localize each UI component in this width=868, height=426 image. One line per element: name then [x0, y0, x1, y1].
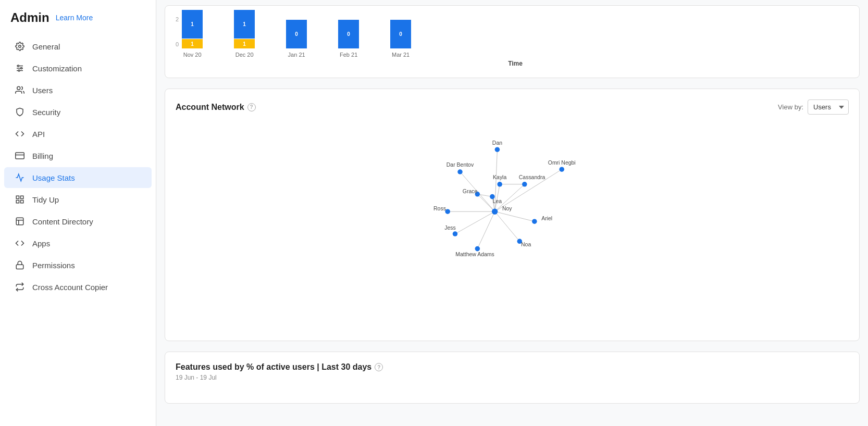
sidebar-item-billing[interactable]: Billing: [4, 145, 152, 166]
svg-text:Lea: Lea: [493, 198, 502, 204]
svg-line-26: [495, 211, 535, 221]
y-label-2: 2: [176, 16, 179, 22]
svg-text:Dan: Dan: [492, 140, 502, 146]
api-icon: [15, 129, 25, 139]
svg-point-40: [522, 182, 527, 187]
sidebar-item-usage-stats[interactable]: Usage Stats: [4, 167, 152, 188]
svg-text:Cassandra: Cassandra: [519, 174, 545, 180]
apps-icon: [15, 238, 25, 248]
svg-rect-14: [16, 218, 23, 225]
sidebar-item-customization[interactable]: Customization: [4, 58, 152, 79]
sidebar-item-label: Permissions: [32, 261, 75, 270]
col-label-nov20: Nov 20: [183, 52, 202, 58]
sidebar-item-cross-account-copier[interactable]: Cross Account Copier: [4, 277, 152, 297]
sidebar-item-tidy-up[interactable]: Tidy Up: [4, 189, 152, 210]
sidebar-item-label: Users: [32, 86, 53, 95]
network-card-title: Account Network ?: [176, 103, 256, 112]
chart-icon: [15, 172, 25, 183]
billing-icon: [15, 151, 25, 161]
view-by-area: View by: Users Teams: [778, 99, 849, 115]
svg-rect-11: [21, 196, 23, 198]
svg-point-56: [475, 246, 480, 252]
svg-point-7: [17, 86, 20, 90]
users-icon: [15, 85, 25, 95]
svg-point-52: [453, 231, 458, 236]
svg-text:Ross: Ross: [433, 206, 446, 211]
bar-chart-card: 2 0 1 1 Nov 20 1: [165, 5, 860, 78]
sidebar-header: Admin Learn More: [0, 10, 156, 35]
bar-group-feb21: 0: [338, 20, 359, 48]
y-axis: 2 0: [176, 16, 179, 58]
sidebar-item-api[interactable]: API: [4, 123, 152, 144]
sidebar-item-label: Tidy Up: [32, 195, 59, 204]
sidebar-item-general[interactable]: General: [4, 36, 152, 57]
sidebar-item-label: Billing: [32, 152, 53, 160]
svg-point-0: [19, 45, 21, 48]
chart-columns: 1 1 Nov 20 1 1 Dec 20: [182, 16, 849, 58]
learn-more-link[interactable]: Learn More: [56, 14, 93, 22]
network-info-icon[interactable]: ?: [247, 103, 256, 111]
features-info-icon[interactable]: ?: [375, 363, 383, 371]
svg-text:Ariel: Ariel: [541, 216, 552, 221]
svg-rect-13: [16, 201, 19, 203]
svg-text:Matthew Adams: Matthew Adams: [455, 252, 494, 257]
view-by-select[interactable]: Users Teams: [808, 99, 849, 115]
svg-text:Noa: Noa: [521, 242, 531, 247]
x-axis-title: Time: [182, 60, 849, 67]
bar-group-jan21: 0: [286, 20, 307, 48]
svg-point-6: [18, 70, 20, 71]
shield-icon: [15, 107, 25, 117]
chart-col-dec20: 1 1 Dec 20: [234, 10, 255, 58]
sidebar-item-apps[interactable]: Apps: [4, 233, 152, 254]
network-card-header: Account Network ? View by: Users Teams: [176, 99, 849, 115]
view-by-label: View by:: [778, 103, 803, 111]
sidebar-item-label: Content Directory: [32, 217, 93, 226]
sliders-icon: [15, 63, 25, 73]
sidebar-nav: General Customization Users Security: [0, 35, 156, 298]
content-icon: [15, 216, 25, 227]
svg-rect-17: [16, 265, 23, 269]
sidebar-item-label: Cross Account Copier: [32, 283, 108, 292]
svg-point-4: [18, 65, 19, 67]
col-label-mar21: Mar 21: [392, 52, 410, 58]
svg-point-5: [21, 68, 22, 69]
sidebar-item-permissions[interactable]: Permissions: [4, 255, 152, 275]
svg-point-34: [559, 167, 564, 172]
svg-text:Grace: Grace: [463, 189, 478, 194]
lock-icon: [15, 260, 25, 270]
sidebar: Admin Learn More General Customization U…: [0, 0, 156, 426]
sidebar-item-security[interactable]: Security: [4, 102, 152, 122]
bar-blue-feb21: 0: [338, 20, 359, 48]
svg-text:Jess: Jess: [444, 225, 456, 231]
sidebar-item-label: Customization: [32, 64, 82, 73]
features-date-range: 19 Jun - 19 Jul: [176, 374, 849, 381]
sidebar-item-label: Security: [32, 108, 60, 117]
svg-point-38: [497, 182, 502, 187]
tidy-icon: [15, 194, 25, 205]
col-label-feb21: Feb 21: [340, 52, 357, 58]
svg-rect-10: [16, 196, 19, 198]
sidebar-item-label: General: [32, 42, 60, 51]
sidebar-item-users[interactable]: Users: [4, 80, 152, 101]
bar-blue-mar21: 0: [390, 20, 411, 48]
col-label-dec20: Dec 20: [235, 52, 254, 58]
bar-group-dec20: 1 1: [234, 10, 255, 48]
svg-text:Noy: Noy: [502, 206, 512, 211]
chart-columns-container: 1 1 Nov 20 1 1 Dec 20: [182, 16, 849, 67]
gear-icon: [15, 41, 25, 52]
app-title: Admin: [10, 10, 49, 25]
svg-point-46: [492, 208, 498, 214]
sidebar-item-content-directory[interactable]: Content Directory: [4, 211, 152, 232]
chart-area: 2 0 1 1 Nov 20 1: [176, 16, 849, 67]
bar-blue-jan21: 0: [286, 20, 307, 48]
svg-line-29: [477, 211, 494, 248]
bar-blue-dec20: 1: [234, 10, 255, 39]
bar-blue-nov20: 1: [182, 10, 203, 39]
network-graph: Dan Omri Negbi Dar Bentov Kayla Cassandr…: [176, 120, 849, 328]
svg-point-50: [532, 219, 537, 224]
svg-rect-12: [21, 201, 23, 203]
features-card-title: Features used by % of active users | Las…: [176, 362, 849, 372]
sidebar-item-label: API: [32, 130, 45, 139]
chart-col-feb21: 0 Feb 21: [338, 20, 359, 58]
copy-icon: [15, 282, 25, 292]
